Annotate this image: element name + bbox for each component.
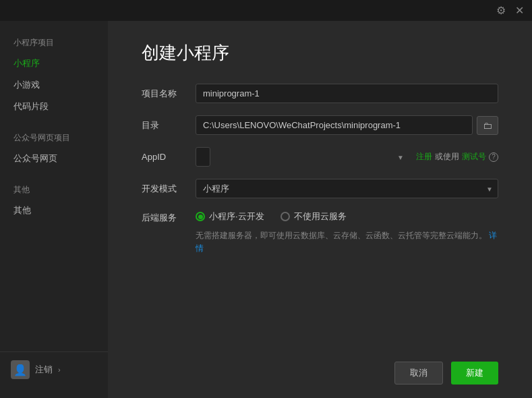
appid-test-link[interactable]: 测试号 [462,151,486,163]
appid-register-link[interactable]: 注册 [416,151,432,163]
sidebar-item-minigame[interactable]: 小游戏 [0,74,108,96]
backend-cloud-label: 小程序·云开发 [209,210,264,223]
avatar: 👤 [11,360,30,379]
backend-label: 后端服务 [142,210,196,224]
backend-row: 后端服务 小程序·云开发 不使用云服务 无需搭建服务器，即可使用云数据库、云存储… [142,210,498,255]
sidebar-section-other-title: 其他 [0,179,108,200]
sidebar-item-other[interactable]: 其他 [0,200,108,221]
settings-icon[interactable]: ⚙ [496,4,506,17]
appid-select[interactable] [196,147,210,167]
directory-label: 目录 [142,119,196,132]
appid-row: AppID 注册 或使用 测试号 ? [142,147,498,167]
devmode-select[interactable]: 小程序 小游戏 代码片段 [196,179,498,198]
backend-options: 小程序·云开发 不使用云服务 无需搭建服务器，即可使用云数据库、云存储、云函数、… [196,210,498,255]
directory-browse-button[interactable]: 🗀 [477,116,498,135]
form-footer: 取消 新建 [142,348,498,385]
appid-select-wrapper [196,147,409,167]
directory-input[interactable] [196,115,473,135]
content-area: 创建小程序 项目名称 目录 🗀 AppID [108,21,532,398]
appid-help-icon[interactable]: ? [489,152,498,162]
appid-links: 注册 或使用 测试号 ? [416,151,498,163]
devmode-label: 开发模式 [142,183,196,195]
backend-radio-group: 小程序·云开发 不使用云服务 [196,210,498,223]
title-bar: ⚙ ✕ [0,0,532,21]
project-name-label: 项目名称 [142,88,196,100]
sidebar-section-mp: 公众号网页项目 [0,127,108,148]
directory-row: 目录 🗀 [142,115,498,135]
close-icon[interactable]: ✕ [515,4,524,17]
sidebar-section-miniprogram: 小程序项目 [0,32,108,53]
sidebar-content: 小程序项目 小程序 小游戏 代码片段 公众号网页项目 公众号网页 其他 其他 [0,32,108,351]
backend-no-cloud-label: 不使用云服务 [294,210,347,223]
dir-row: 🗀 [196,115,498,135]
signout-arrow-icon: › [58,366,61,374]
backend-no-cloud-radio [280,212,290,221]
devmode-select-wrapper: 小程序 小游戏 代码片段 [196,179,498,198]
appid-or-text: 或使用 [435,151,459,163]
appid-label: AppID [142,152,196,162]
project-name-input[interactable] [196,84,498,103]
backend-no-cloud-option[interactable]: 不使用云服务 [280,210,347,223]
sidebar-item-snippet[interactable]: 代码片段 [0,96,108,117]
backend-desc-text: 无需搭建服务器，即可使用云数据库、云存储、云函数、云托管等完整云端能力。 [196,231,487,240]
appid-row-content: 注册 或使用 测试号 ? [196,147,498,167]
backend-cloud-option[interactable]: 小程序·云开发 [196,210,264,223]
main-layout: 小程序项目 小程序 小游戏 代码片段 公众号网页项目 公众号网页 其他 其他 👤… [0,21,532,398]
cancel-button[interactable]: 取消 [394,362,443,385]
sidebar-footer[interactable]: 👤 注销 › [0,351,108,387]
sidebar-item-miniprogram[interactable]: 小程序 [0,53,108,74]
devmode-row: 开发模式 小程序 小游戏 代码片段 [142,179,498,198]
page-title: 创建小程序 [142,41,498,65]
sidebar-item-mp-webpage[interactable]: 公众号网页 [0,148,108,169]
backend-description: 无需搭建服务器，即可使用云数据库、云存储、云函数、云托管等完整云端能力。 详情 [196,229,498,255]
sidebar: 小程序项目 小程序 小游戏 代码片段 公众号网页项目 公众号网页 其他 其他 👤… [0,21,108,398]
project-name-row: 项目名称 [142,84,498,103]
confirm-button[interactable]: 新建 [451,362,498,385]
signout-label: 注销 [35,364,53,376]
backend-cloud-radio [196,212,205,221]
